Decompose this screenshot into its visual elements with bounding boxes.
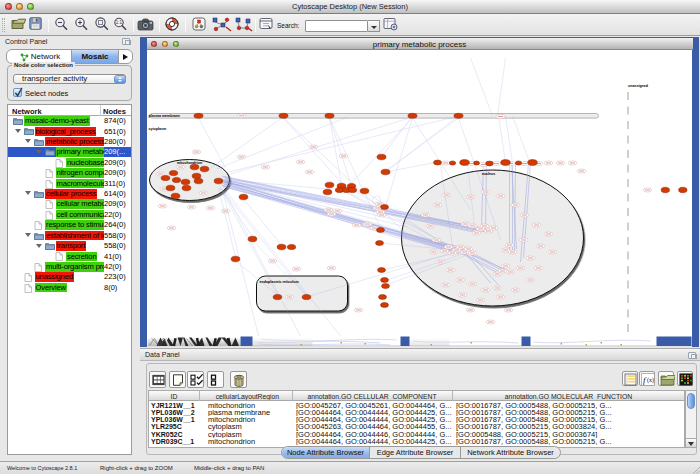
folder-icon bbox=[24, 127, 34, 135]
tree-row[interactable]: cellular process614(0) bbox=[8, 188, 131, 198]
tab-node-attribute-browser[interactable]: Node Attribute Browser bbox=[282, 447, 370, 458]
node-color-combobox[interactable]: transporter activity bbox=[13, 74, 126, 84]
search-dropdown-button[interactable] bbox=[368, 20, 380, 32]
data-panel: Data Panel f(x) ID_cellularLayoutRegiona… bbox=[140, 348, 700, 461]
delete-attr-icon[interactable] bbox=[230, 371, 247, 388]
table-scrollbar[interactable] bbox=[685, 390, 697, 448]
tree-row[interactable]: metabolic process280(0) bbox=[8, 136, 131, 146]
tree-row[interactable]: primary metabo209(... bbox=[8, 147, 131, 157]
snapshot-icon[interactable] bbox=[137, 17, 154, 31]
tab-mosaic[interactable]: Mosaic bbox=[71, 50, 119, 63]
tab-scroll-right-button[interactable] bbox=[119, 50, 133, 63]
save-icon[interactable] bbox=[29, 17, 42, 30]
tab-network-attribute-browser[interactable]: Network Attribute Browser bbox=[461, 447, 560, 458]
tree-row[interactable]: secretion41(0) bbox=[8, 251, 131, 261]
zoom-actual-icon[interactable]: 1:1 bbox=[113, 17, 127, 31]
tree-row[interactable]: transport558(0) bbox=[8, 241, 131, 251]
table-cell: cytoplasm bbox=[208, 431, 292, 438]
open-folder-icon[interactable] bbox=[11, 17, 26, 30]
tree-row-count: 41(0) bbox=[104, 252, 122, 262]
tree-row[interactable]: unassigned223(0) bbox=[8, 272, 131, 282]
zoom-in-icon[interactable] bbox=[74, 17, 88, 31]
layout-network-icon[interactable] bbox=[212, 17, 232, 32]
expand-triangle-icon[interactable] bbox=[25, 233, 31, 237]
select-nodes-checkbox[interactable] bbox=[13, 88, 22, 97]
new-attr-icon[interactable] bbox=[169, 371, 186, 388]
resize-grip-icon[interactable] bbox=[692, 466, 700, 474]
tree-row-count: 874(0) bbox=[104, 116, 126, 126]
float-data-panel-icon[interactable] bbox=[688, 352, 696, 359]
tree-row-label: nucleobase- bbox=[66, 158, 104, 168]
select-attr-icon[interactable] bbox=[187, 371, 204, 388]
column-header[interactable]: annotation.GO MOLECULAR_FUNCTION bbox=[452, 393, 685, 400]
column-header[interactable]: ID bbox=[149, 393, 199, 400]
tree-row[interactable]: nitrogen compo209(0) bbox=[8, 168, 131, 178]
layout-network-alt-icon[interactable] bbox=[235, 17, 253, 32]
tab-edge-attribute-browser[interactable]: Edge Attribute Browser bbox=[370, 447, 461, 458]
column-header[interactable]: _cellularLayoutRegion bbox=[199, 393, 292, 400]
help-ring-icon[interactable] bbox=[165, 17, 179, 31]
float-panel-icon[interactable] bbox=[122, 38, 130, 45]
function-builder-icon[interactable]: f(x) bbox=[639, 371, 655, 386]
advanced-search-icon[interactable] bbox=[383, 17, 398, 31]
nucleus-region[interactable] bbox=[401, 170, 583, 306]
plasma-membrane-region[interactable] bbox=[149, 114, 598, 119]
zoom-out-icon[interactable] bbox=[54, 17, 68, 31]
tree-row-count: 22(0) bbox=[104, 210, 122, 220]
tree-row[interactable]: Overview8(0) bbox=[8, 282, 131, 292]
main-toolbar: 1:1 Search: bbox=[0, 14, 700, 36]
table-row[interactable]: YJR121W__1mitochondrion[GO:0045267, GO:0… bbox=[149, 402, 684, 409]
table-row[interactable]: YDR039C__1mitochondrion[GO:0044464, GO:0… bbox=[149, 438, 684, 445]
expand-triangle-icon[interactable] bbox=[25, 139, 31, 143]
search-input[interactable] bbox=[305, 20, 368, 32]
expand-triangle-icon[interactable] bbox=[36, 150, 42, 154]
network-tree-panel: Network Nodes mosaic-demo-yeast874(0)bio… bbox=[7, 104, 132, 455]
attribute-window-icon[interactable] bbox=[259, 17, 273, 30]
matrix-icon[interactable] bbox=[677, 371, 693, 386]
status-welcome: Welcome to Cytoscape 2.8.1 bbox=[7, 465, 77, 471]
tree-row-count: 209(0) bbox=[104, 199, 126, 209]
vizmapper-grid-icon[interactable] bbox=[192, 17, 206, 31]
attr-list-icon[interactable] bbox=[622, 371, 638, 386]
scrollbar-thumb[interactable] bbox=[687, 393, 695, 409]
table-row[interactable]: YKR052Ccytoplasm[GO:0044464, GO:0044446,… bbox=[149, 431, 684, 438]
tree-row[interactable]: biological_process651(0) bbox=[8, 126, 131, 136]
unselect-attr-icon[interactable] bbox=[207, 371, 224, 388]
folder-icon bbox=[34, 190, 44, 198]
scrollbar-arrows-icon[interactable] bbox=[686, 438, 696, 447]
table-row[interactable]: YPL036W__1mitochondrion[GO:0044464, GO:0… bbox=[149, 416, 684, 423]
window-titlebar: Cytoscape Desktop (New Session) bbox=[0, 0, 700, 14]
tree-row-label: mosaic-demo-yeast bbox=[24, 116, 90, 126]
tree-row-label: biological_process bbox=[35, 127, 97, 137]
network-window-titlebar[interactable]: primary metabolic process bbox=[147, 38, 693, 50]
table-row[interactable]: YLR295Ccytoplasm[GO:0045263, GO:0044464,… bbox=[149, 423, 684, 430]
tree-row[interactable]: cellular metabo209(0) bbox=[8, 199, 131, 209]
tree-row[interactable]: macromolecule311(0) bbox=[8, 178, 131, 188]
network-canvas[interactable]: plasma membranecytoplasmmitochondrionnuc… bbox=[147, 50, 692, 336]
tree-row[interactable]: cell communicat22(0) bbox=[8, 209, 131, 219]
tree-row[interactable]: mosaic-demo-yeast874(0) bbox=[8, 116, 131, 126]
tree-row[interactable]: establishment of lo558(0) bbox=[8, 230, 131, 240]
tree-row[interactable]: response to stimul264(0) bbox=[8, 220, 131, 230]
table-cell: YPL036W__2 bbox=[151, 409, 199, 416]
import-attr-icon[interactable] bbox=[658, 371, 674, 386]
table-cell: plasma membrane bbox=[208, 409, 292, 416]
svg-text:plasma membrane: plasma membrane bbox=[148, 114, 180, 118]
table-cell: [GO:0045263, GO:0044464, GO:0044455, G..… bbox=[296, 423, 452, 430]
column-header[interactable]: annotation.GO CELLULAR_COMPONENT bbox=[292, 393, 452, 400]
expand-triangle-icon[interactable] bbox=[15, 129, 21, 133]
table-row[interactable]: YPL036W__2plasma membrane[GO:0044464, GO… bbox=[149, 409, 684, 416]
attr-table-icon[interactable] bbox=[149, 371, 166, 388]
attribute-table[interactable]: ID_cellularLayoutRegionannotation.GO CEL… bbox=[148, 390, 685, 448]
zoom-fit-icon[interactable] bbox=[94, 17, 109, 31]
file-icon bbox=[55, 159, 65, 167]
network-tab-icon bbox=[20, 53, 29, 62]
expand-triangle-icon[interactable] bbox=[36, 244, 42, 248]
tree-row-count: 311(0) bbox=[104, 179, 125, 189]
tree-row-label: primary metabo bbox=[56, 147, 104, 157]
tree-row[interactable]: nucleobase-209(0) bbox=[8, 157, 131, 167]
status-hint-zoom: Right-click + drag to ZOOM bbox=[100, 465, 173, 471]
tree-row[interactable]: multi-organism pro42(0) bbox=[8, 261, 131, 271]
expand-triangle-icon[interactable] bbox=[25, 191, 31, 195]
table-cell: [GO:0016787, GO:0005488, GO:0005215, G..… bbox=[456, 416, 685, 423]
